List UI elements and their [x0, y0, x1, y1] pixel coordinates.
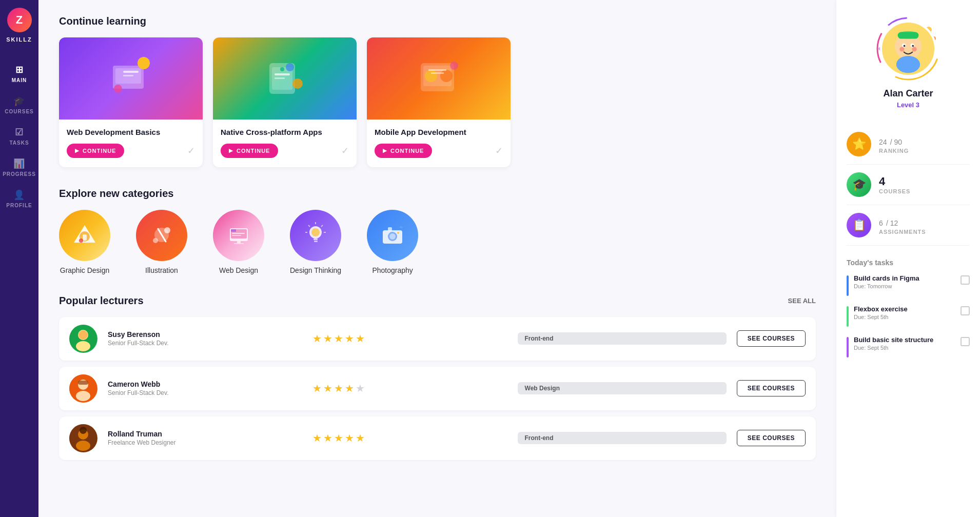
star-2: ★ [323, 332, 332, 345]
sidebar-item-tasks[interactable]: ☑ TASKS [0, 121, 38, 152]
category-illustration[interactable]: Illustration [136, 210, 187, 274]
assignments-value: 6 / 12 [879, 215, 926, 229]
task-bar-1 [847, 275, 849, 296]
category-icon-design-thinking [290, 210, 341, 261]
svg-point-62 [80, 427, 87, 434]
svg-point-54 [79, 330, 88, 340]
see-all-link[interactable]: SEE ALL [788, 297, 816, 305]
lecturers-title: Popular lecturers [59, 295, 144, 307]
assignments-stat: 6 / 12 ASSIGNMENTS [879, 215, 926, 235]
ranking-icon: ⭐ [847, 132, 871, 156]
main-content: Continue learning Web Development Basics [38, 0, 836, 517]
task-checkbox-2[interactable] [961, 306, 970, 315]
sidebar-item-main[interactable]: ⊞ MAIN [0, 58, 38, 89]
svg-point-5 [114, 85, 122, 93]
see-courses-btn-susy[interactable]: SEE COURSES [737, 330, 806, 347]
course-title-web-dev: Web Development Basics [67, 127, 195, 137]
svg-point-8 [280, 67, 284, 71]
avatar-cameron [69, 374, 97, 403]
see-courses-btn-cameron[interactable]: SEE COURSES [737, 380, 806, 396]
play-icon-1: ▶ [75, 148, 80, 153]
lecturer-row-susy: Susy Berenson Senior Full-Stack Dev. ★ ★… [59, 317, 816, 361]
task-info-2: Flexbox exercise Due: Sept 5th [854, 305, 955, 320]
continue-btn-mobile-app[interactable]: ▶ CONTINUE [375, 144, 432, 158]
category-photography[interactable]: Photography [367, 210, 418, 274]
lecturer-name-rolland: Rolland Truman [108, 430, 302, 438]
stat-row-ranking: ⭐ 24 / 90 RANKING [847, 124, 970, 165]
svg-rect-47 [388, 227, 392, 231]
course-card-body-1: Web Development Basics ▶ CONTINUE ✓ [59, 120, 203, 167]
svg-point-9 [286, 63, 294, 71]
profile-name: Alan Carter [883, 88, 933, 99]
task-bar-3 [847, 337, 849, 357]
svg-point-23 [79, 238, 83, 243]
svg-rect-17 [428, 69, 446, 71]
svg-rect-34 [234, 243, 244, 244]
thumb-illustration-3 [413, 53, 464, 104]
svg-line-42 [308, 225, 310, 227]
tag-cameron: Web Design [518, 382, 727, 394]
stat-row-assignments: 📋 6 / 12 ASSIGNMENTS [847, 205, 970, 246]
category-label-photography: Photography [372, 266, 413, 274]
course-footer-3: ▶ CONTINUE ✓ [375, 144, 503, 158]
play-icon-2: ▶ [229, 148, 233, 153]
profile-section: Alan Carter Level 3 [847, 15, 970, 109]
lecturer-name-susy: Susy Berenson [108, 330, 302, 339]
sidebar-item-progress[interactable]: 📊 PROGRESS [0, 152, 38, 183]
ranking-stat: 24 / 90 RANKING [879, 134, 909, 154]
category-icon-graphic-design [59, 210, 110, 261]
task-name-3: Build basic site structure [854, 336, 955, 344]
svg-rect-38 [314, 241, 318, 242]
svg-point-2 [138, 57, 150, 69]
course-title-native-apps: Native Cross-platform Apps [221, 127, 349, 137]
star-5: ★ [356, 382, 365, 394]
svg-rect-18 [431, 72, 444, 74]
star-3: ★ [334, 432, 343, 444]
main-icon: ⊞ [15, 64, 24, 75]
svg-point-26 [164, 227, 170, 233]
continue-btn-native-apps[interactable]: ▶ CONTINUE [221, 144, 278, 158]
sidebar-item-courses[interactable]: 🎓 COURSES [0, 89, 38, 121]
play-icon-3: ▶ [383, 148, 387, 153]
star-4: ★ [345, 382, 354, 394]
star-1: ★ [312, 332, 322, 345]
see-courses-btn-rolland[interactable]: SEE COURSES [737, 430, 806, 446]
category-graphic-design[interactable]: Graphic Design [59, 210, 110, 274]
category-web-design[interactable]: Web Design [213, 210, 264, 274]
task-due-2: Due: Sept 5th [854, 314, 955, 320]
right-panel: Alan Carter Level 3 ⭐ 24 / 90 RANKING 🎓 … [836, 0, 980, 517]
course-card-native-apps: Native Cross-platform Apps ▶ CONTINUE ✓ [213, 37, 357, 167]
stat-row-courses: 🎓 4 COURSES [847, 165, 970, 205]
task-row-1: Build cards in Figma Due: Tomorrow [847, 274, 970, 296]
thumb-illustration-1 [105, 53, 156, 104]
svg-rect-3 [123, 71, 139, 73]
category-design-thinking[interactable]: Design Thinking [290, 210, 341, 274]
course-title-mobile-app: Mobile App Development [375, 127, 503, 137]
stars-rolland: ★ ★ ★ ★ ★ [312, 432, 507, 444]
svg-point-27 [153, 238, 158, 243]
tasks-title: Today's tasks [847, 258, 970, 267]
task-checkbox-1[interactable] [961, 275, 970, 285]
category-icon-web-design [213, 210, 264, 261]
stars-cameron: ★ ★ ★ ★ ★ [312, 382, 507, 394]
star-1: ★ [312, 382, 322, 394]
task-checkbox-3[interactable] [961, 337, 970, 346]
svg-rect-11 [275, 77, 285, 79]
continue-btn-web-dev[interactable]: ▶ CONTINUE [67, 144, 124, 158]
check-icon-1: ✓ [187, 145, 195, 156]
star-5: ★ [356, 332, 365, 345]
star-2: ★ [323, 382, 332, 394]
course-thumb-web-dev [59, 37, 203, 120]
ranking-label: RANKING [879, 148, 909, 154]
stars-susy: ★ ★ ★ ★ ★ [312, 332, 507, 345]
svg-rect-10 [275, 73, 290, 75]
profile-level: Level 3 [897, 101, 919, 109]
tasks-icon: ☑ [15, 127, 24, 138]
svg-rect-32 [232, 235, 241, 236]
sidebar-item-profile[interactable]: 👤 PROFILE [0, 183, 38, 214]
categories-container: Graphic Design Illustration [59, 210, 816, 274]
tag-rolland: Front-end [518, 432, 727, 444]
course-footer-2: ▶ CONTINUE ✓ [221, 144, 349, 158]
avatar-rolland [69, 424, 97, 452]
ranking-value: 24 / 90 [879, 134, 909, 148]
